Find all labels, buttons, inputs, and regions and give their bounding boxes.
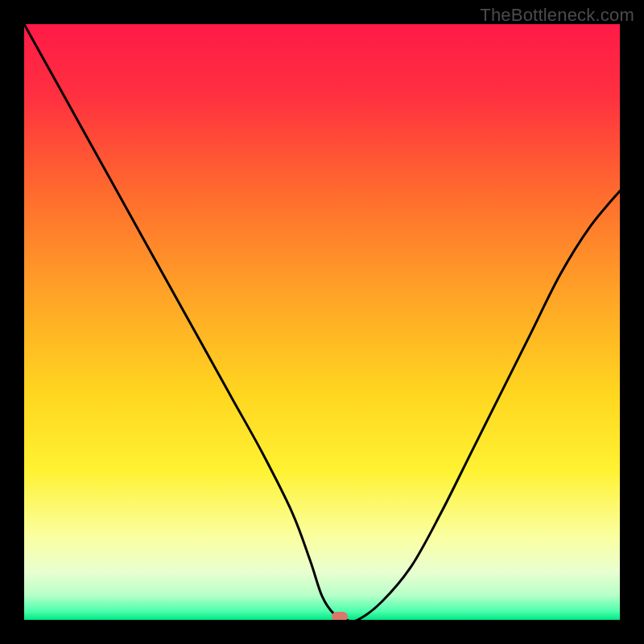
watermark-text: TheBottleneck.com (480, 5, 634, 26)
optimal-marker (332, 612, 348, 620)
chart-frame: TheBottleneck.com (0, 0, 644, 644)
bottleneck-curve (24, 24, 620, 620)
plot-area (24, 24, 620, 620)
